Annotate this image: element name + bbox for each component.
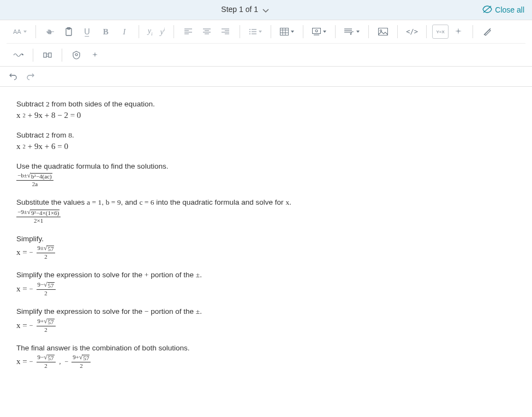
svg-point-17 — [249, 29, 250, 30]
step-equation: x = − 9−√572 — [16, 282, 516, 296]
solution-step: Subtract 2 from both sides of the equati… — [16, 100, 516, 120]
svg-rect-39 — [49, 53, 51, 57]
step-description: The final answer is the combination of b… — [16, 344, 516, 352]
solution-step: Substitute the values a = 1, b = 9, and … — [16, 198, 516, 224]
separator — [139, 25, 139, 38]
caret-down-icon — [291, 31, 294, 33]
svg-rect-23 — [280, 28, 289, 35]
strikethrough-button[interactable]: a̶ — [41, 23, 59, 40]
step-equation: x = − 9±√572 — [16, 245, 516, 260]
image-button[interactable] — [374, 23, 392, 40]
close-all-label: Close all — [495, 5, 524, 14]
underline-button[interactable]: U̲ — [79, 23, 96, 40]
caret-down-icon — [323, 31, 326, 33]
step-description: Subtract 2 from both sides of the equati… — [16, 100, 516, 109]
font-size-button[interactable]: AA — [10, 23, 30, 40]
equation-button[interactable] — [341, 23, 363, 40]
undo-button[interactable] — [7, 70, 20, 83]
badge-button[interactable] — [68, 46, 85, 64]
pen-off-button[interactable] — [479, 23, 496, 40]
separator — [303, 25, 303, 38]
close-all-button[interactable]: Close all — [482, 5, 524, 15]
list-button[interactable] — [246, 23, 265, 40]
separator — [174, 25, 174, 38]
separator — [35, 25, 36, 38]
step-description: Use the quadratic formula to find the so… — [16, 162, 516, 170]
history-bar — [0, 67, 532, 87]
align-right-button[interactable] — [217, 23, 234, 40]
variable-button[interactable]: Y=X — [432, 25, 449, 39]
solution-step: Subtract 2 from 8. x2 + 9x + 6 = 0 — [16, 131, 516, 151]
step-equation: −9±√9²−4×(1×6)2×1 — [16, 209, 516, 224]
superscript-button[interactable]: yi — [157, 23, 168, 40]
code-button[interactable]: </> — [403, 23, 421, 40]
sparkle2-button[interactable] — [86, 46, 104, 64]
step-label: Step 1 of 1 — [221, 5, 258, 14]
separator — [473, 25, 473, 38]
svg-rect-38 — [44, 53, 46, 57]
caret-down-icon — [23, 31, 27, 33]
solution-step: The final answer is the combination of b… — [16, 344, 516, 369]
step-description: Substitute the values a = 1, b = 9, and … — [16, 198, 516, 207]
step-description: Subtract 2 from 8. — [16, 131, 516, 140]
solution-step: Simplify the expression to solve for the… — [16, 307, 516, 333]
editor-toolbar: AA a̶ U̲ B I yi — [0, 20, 532, 67]
step-equation: x2 + 9x + 6 = 0 — [16, 142, 516, 151]
bold-button[interactable]: B — [97, 23, 115, 40]
separator — [426, 25, 427, 38]
solution-step: Use the quadratic formula to find the so… — [16, 162, 516, 187]
clipboard-button[interactable] — [60, 23, 77, 40]
separator — [397, 25, 398, 38]
align-center-button[interactable] — [198, 23, 216, 40]
step-header: Step 1 of 1 Close all — [0, 0, 532, 20]
solution-step: Simplify. x = − 9±√572 — [16, 235, 516, 260]
step-equation: x2 + 9x + 8 − 2 = 0 — [16, 111, 516, 120]
separator — [240, 25, 240, 38]
eye-off-icon — [482, 5, 492, 15]
step-equation: −b±√b²−4(ac)2a — [16, 172, 516, 187]
separator — [368, 25, 369, 38]
snap-button[interactable] — [39, 46, 56, 64]
toolbar-row-2 — [7, 43, 525, 66]
chevron-down-icon — [262, 6, 269, 15]
figure-button[interactable] — [309, 23, 330, 40]
table-button[interactable] — [277, 23, 297, 40]
step-equation: x = − 9+√572 — [16, 318, 516, 333]
step-description: Simplify the expression to solve for the… — [16, 271, 516, 279]
step-description: Simplify. — [16, 235, 516, 243]
redo-button[interactable] — [24, 70, 37, 83]
caret-down-icon — [356, 31, 360, 33]
separator — [62, 49, 62, 62]
svg-point-21 — [249, 33, 250, 34]
separator — [271, 25, 271, 38]
solution-step: Simplify the expression to solve for the… — [16, 271, 516, 296]
wave-icon[interactable] — [10, 46, 27, 64]
svg-point-29 — [315, 30, 318, 32]
separator — [335, 25, 336, 38]
svg-point-40 — [75, 53, 77, 56]
step-equation: x = − 9−√572 , − 9+√572 — [16, 354, 516, 369]
svg-point-37 — [22, 53, 23, 55]
caret-down-icon — [259, 31, 262, 33]
solution-content: Subtract 2 from both sides of the equati… — [0, 87, 532, 376]
italic-button[interactable]: I — [116, 23, 133, 40]
svg-rect-34 — [379, 28, 388, 35]
sparkle-button[interactable] — [450, 23, 467, 40]
toolbar-row-1: AA a̶ U̲ B I yi — [7, 20, 525, 43]
separator — [33, 49, 33, 62]
subscript-button[interactable]: yi — [145, 23, 156, 40]
svg-point-19 — [249, 31, 250, 32]
step-title-button[interactable]: Step 1 of 1 — [8, 5, 482, 14]
svg-rect-28 — [313, 28, 321, 34]
svg-point-35 — [380, 30, 382, 32]
align-left-button[interactable] — [180, 23, 197, 40]
step-description: Simplify the expression to solve for the… — [16, 307, 516, 316]
